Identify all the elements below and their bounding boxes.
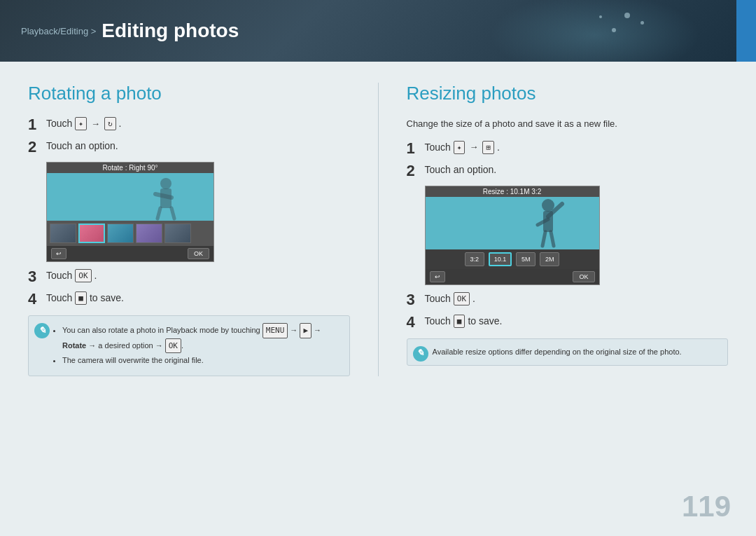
edit-icon: ✦ xyxy=(75,117,87,130)
left-step2-text: Touch an option. xyxy=(46,139,118,153)
step3-touch: Touch xyxy=(46,269,72,283)
left-step-3: 3 Touch OK . xyxy=(28,269,350,284)
resize-icons-bar: 3:2 10.1 5M 2M xyxy=(426,249,599,269)
thumb-1 xyxy=(50,224,76,243)
rotate-icon: ↻ xyxy=(104,117,116,130)
resize-camera-screen: Resize : 10.1M 3:2 3:2 1 xyxy=(425,186,600,285)
rstep4-touch: Touch xyxy=(425,315,451,329)
right-step-2: 2 Touch an option. xyxy=(407,163,729,179)
right-column: Resizing photos Change the size of a pho… xyxy=(407,83,729,376)
left-column: Rotating a photo 1 Touch ✦ → ↻ . 2 Touch… xyxy=(28,83,350,376)
decor-dot xyxy=(612,28,616,32)
left-note-item-2: The camera will overwrite the original f… xyxy=(62,355,341,367)
blue-tab xyxy=(736,0,756,62)
page-title: Editing photos xyxy=(102,20,239,42)
menu-icon: MENU xyxy=(262,323,288,338)
rarrow-icon: → xyxy=(469,141,478,153)
rsave-icon: ■ xyxy=(454,315,465,328)
left-note-list: You can also rotate a photo in Playback … xyxy=(54,323,341,367)
left-step-4: 4 Touch ■ to save. xyxy=(28,291,350,307)
step3-period: . xyxy=(94,269,97,283)
rstep3-touch: Touch xyxy=(425,292,451,306)
svg-rect-6 xyxy=(426,197,600,249)
thumb-2-selected xyxy=(78,224,105,243)
rstep4-suffix: to save. xyxy=(468,315,502,329)
main-content: Rotating a photo 1 Touch ✦ → ↻ . 2 Touch… xyxy=(0,62,756,390)
step1-period: . xyxy=(119,117,122,131)
rotate-thumbnails xyxy=(47,221,214,246)
left-note-box: ✎ You can also rotate a photo in Playbac… xyxy=(28,315,350,376)
step1-touch-label: Touch xyxy=(46,117,72,131)
left-section-title: Rotating a photo xyxy=(28,83,350,104)
rstep3-period: . xyxy=(472,292,475,306)
back-button[interactable]: ↩ xyxy=(51,248,66,259)
decor-dot xyxy=(624,13,630,18)
step4-suffix: to save. xyxy=(90,291,124,305)
rotate-camera-screen: Rotate : Right 90° xyxy=(46,162,214,262)
arrow-icon: → xyxy=(91,118,100,130)
resize-ok-button[interactable]: OK xyxy=(573,271,594,282)
rotate-camera-bottom: ↩ OK xyxy=(47,246,214,261)
resize-photo-preview xyxy=(426,197,599,249)
decor-dot xyxy=(599,15,602,18)
right-step-1: 1 Touch ✦ → ⊞ . xyxy=(407,141,729,156)
rstep1-touch: Touch xyxy=(425,141,451,155)
right-step-4: 4 Touch ■ to save. xyxy=(407,315,729,330)
right-step-3: 3 Touch OK . xyxy=(407,292,729,308)
ok-inline-icon: OK xyxy=(165,338,181,354)
resize-screen-label: Resize : 10.1M 3:2 xyxy=(426,186,599,197)
rstep1-period: . xyxy=(497,141,500,155)
page-number: 119 xyxy=(682,490,731,523)
svg-point-1 xyxy=(160,178,172,189)
thumb-5 xyxy=(164,224,191,243)
rotate-screen-label: Rotate : Right 90° xyxy=(47,163,214,173)
left-step-1: 1 Touch ✦ → ↻ . xyxy=(28,117,350,132)
resize-back-button[interactable]: ↩ xyxy=(430,271,445,282)
decor-dot xyxy=(640,21,644,25)
rok-icon: OK xyxy=(454,292,470,305)
resize-preview-svg xyxy=(426,197,600,249)
resize-option-10m[interactable]: 10.1 xyxy=(489,252,512,266)
redit-icon: ✦ xyxy=(454,141,465,154)
left-step-2: 2 Touch an option. xyxy=(28,139,350,155)
right-section-title: Resizing photos xyxy=(407,83,729,104)
right-note-text: Available resize options differ dependin… xyxy=(433,348,682,356)
right-step2-text: Touch an option. xyxy=(425,163,497,177)
rnote-icon: ✎ xyxy=(413,346,428,362)
resize-option-2m[interactable]: 2M xyxy=(540,252,559,266)
breadcrumb: Playback/Editing > xyxy=(21,26,96,36)
ok-icon: OK xyxy=(75,269,91,282)
column-divider xyxy=(378,83,379,376)
step4-touch: Touch xyxy=(46,291,72,305)
thumb-4 xyxy=(136,224,162,243)
ok-button[interactable]: OK xyxy=(188,248,209,259)
header: Playback/Editing > Editing photos xyxy=(0,0,756,62)
save-icon: ■ xyxy=(75,291,87,305)
note-icon: ✎ xyxy=(34,323,50,338)
resize-camera-bottom: ↩ OK xyxy=(426,269,599,284)
svg-rect-0 xyxy=(47,173,214,221)
resize-option-5m[interactable]: 5M xyxy=(516,252,536,266)
rotate-preview-svg xyxy=(47,173,214,221)
thumb-3 xyxy=(107,224,134,243)
rresize-icon: ⊞ xyxy=(482,141,494,154)
resize-option-32[interactable]: 3:2 xyxy=(465,252,484,266)
rotate-photo-preview xyxy=(47,173,214,221)
play-icon: ▶ xyxy=(300,323,312,338)
left-note-item-1: You can also rotate a photo in Playback … xyxy=(62,323,341,353)
resize-description: Change the size of a photo and save it a… xyxy=(407,117,729,131)
right-note-box: ✎ Available resize options differ depend… xyxy=(407,338,729,366)
